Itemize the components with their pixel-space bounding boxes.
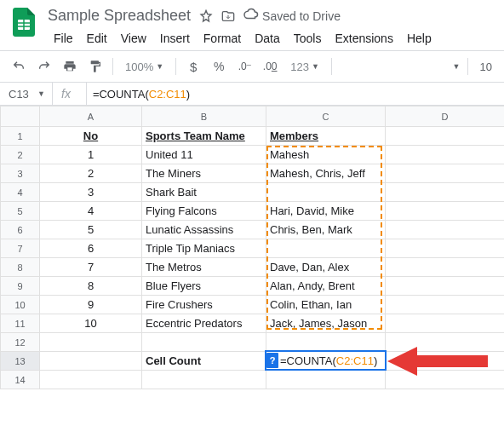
font-size-input[interactable]: 10 xyxy=(475,60,497,73)
cell-C11[interactable]: Jack, James, Jason xyxy=(266,314,386,333)
menu-file[interactable]: File xyxy=(48,28,79,49)
col-head-d[interactable]: D xyxy=(386,106,505,127)
row-head-7[interactable]: 7 xyxy=(1,239,40,258)
cell-B1[interactable]: Sports Team Name xyxy=(142,127,266,146)
sheets-logo[interactable] xyxy=(7,5,41,39)
menu-view[interactable]: View xyxy=(115,28,152,49)
cell-C3[interactable]: Mahesh, Chris, Jeff xyxy=(266,164,386,183)
cell-C4[interactable] xyxy=(266,183,386,202)
cell-C14[interactable] xyxy=(266,371,386,389)
cell-A6[interactable]: 5 xyxy=(40,221,142,239)
row-head-2[interactable]: 2 xyxy=(1,146,40,164)
cell-C13[interactable]: ?=COUNTA(C2:C11) xyxy=(266,352,386,371)
cell-A13[interactable] xyxy=(40,352,142,371)
print-icon[interactable] xyxy=(58,55,82,78)
cell-D3[interactable] xyxy=(386,164,505,183)
cell-A4[interactable]: 3 xyxy=(40,183,142,202)
number-format-select[interactable]: 123▼ xyxy=(284,60,326,73)
col-head-a[interactable]: A xyxy=(40,106,142,127)
doc-title[interactable]: Sample Spreadsheet xyxy=(48,7,191,25)
cell-C6[interactable]: Chris, Ben, Mark xyxy=(266,221,386,239)
row-head-3[interactable]: 3 xyxy=(1,164,40,183)
cell-D13[interactable] xyxy=(386,352,505,371)
col-head-b[interactable]: B xyxy=(142,106,266,127)
menu-format[interactable]: Format xyxy=(198,28,247,49)
row-head-1[interactable]: 1 xyxy=(1,127,40,146)
row-head-6[interactable]: 6 xyxy=(1,221,40,239)
font-prev-icon[interactable]: ▼ xyxy=(453,62,461,71)
menu-data[interactable]: Data xyxy=(249,28,286,49)
cell-B4[interactable]: Shark Bait xyxy=(142,183,266,202)
cell-C12[interactable] xyxy=(266,333,386,352)
formula-hint-icon[interactable]: ? xyxy=(266,353,278,368)
cell-C9[interactable]: Alan, Andy, Brent xyxy=(266,277,386,296)
cell-B2[interactable]: United 11 xyxy=(142,146,266,164)
cell-C2[interactable]: Mahesh xyxy=(266,146,386,164)
name-box[interactable]: C13▼ xyxy=(0,83,53,105)
cell-D10[interactable] xyxy=(386,296,505,314)
select-all-corner[interactable] xyxy=(1,106,40,127)
decrease-decimal-icon[interactable]: .0_ xyxy=(232,55,256,78)
currency-icon[interactable]: $ xyxy=(181,55,205,78)
star-icon[interactable] xyxy=(199,9,213,23)
row-head-5[interactable]: 5 xyxy=(1,202,40,221)
cell-D9[interactable] xyxy=(386,277,505,296)
cell-C10[interactable]: Colin, Ethan, Ian xyxy=(266,296,386,314)
col-head-c[interactable]: C xyxy=(266,106,386,127)
cell-A9[interactable]: 8 xyxy=(40,277,142,296)
cell-B11[interactable]: Eccentric Predators xyxy=(142,314,266,333)
cell-C7[interactable] xyxy=(266,239,386,258)
percent-icon[interactable]: % xyxy=(207,55,231,78)
row-head-14[interactable]: 14 xyxy=(1,371,40,389)
cell-D7[interactable] xyxy=(386,239,505,258)
spreadsheet-grid[interactable]: A B C D 1NoSports Team NameMembers21Unit… xyxy=(0,106,504,389)
cell-D14[interactable] xyxy=(386,371,505,389)
redo-icon[interactable] xyxy=(32,55,56,78)
cell-D12[interactable] xyxy=(386,333,505,352)
cell-A1[interactable]: No xyxy=(40,127,142,146)
formula-editor[interactable]: ?=COUNTA(C2:C11) xyxy=(265,350,387,371)
cell-B14[interactable] xyxy=(142,371,266,389)
zoom-select[interactable]: 100%▼ xyxy=(118,60,170,73)
menu-insert[interactable]: Insert xyxy=(154,28,196,49)
cell-D11[interactable] xyxy=(386,314,505,333)
cell-D1[interactable] xyxy=(386,127,505,146)
row-head-11[interactable]: 11 xyxy=(1,314,40,333)
formula-bar[interactable]: =COUNTA(C2:C11) xyxy=(93,88,504,101)
cell-B5[interactable]: Flying Falcons xyxy=(142,202,266,221)
cell-A3[interactable]: 2 xyxy=(40,164,142,183)
cell-C1[interactable]: Members xyxy=(266,127,386,146)
cell-D2[interactable] xyxy=(386,146,505,164)
cell-D4[interactable] xyxy=(386,183,505,202)
row-head-10[interactable]: 10 xyxy=(1,296,40,314)
cell-A11[interactable]: 10 xyxy=(40,314,142,333)
move-icon[interactable] xyxy=(221,9,235,23)
undo-icon[interactable] xyxy=(7,55,31,78)
paint-format-icon[interactable] xyxy=(83,55,107,78)
menu-help[interactable]: Help xyxy=(401,28,438,49)
cell-B9[interactable]: Blue Flyers xyxy=(142,277,266,296)
cell-A8[interactable]: 7 xyxy=(40,258,142,277)
row-head-13[interactable]: 13 xyxy=(1,352,40,371)
menu-edit[interactable]: Edit xyxy=(81,28,113,49)
cell-B7[interactable]: Triple Tip Maniacs xyxy=(142,239,266,258)
cell-A5[interactable]: 4 xyxy=(40,202,142,221)
row-head-4[interactable]: 4 xyxy=(1,183,40,202)
row-head-9[interactable]: 9 xyxy=(1,277,40,296)
cell-D5[interactable] xyxy=(386,202,505,221)
cell-B13[interactable]: Cell Count xyxy=(142,352,266,371)
cell-B3[interactable]: The Miners xyxy=(142,164,266,183)
increase-decimal-icon[interactable]: .00 xyxy=(258,55,282,78)
cell-A14[interactable] xyxy=(40,371,142,389)
cell-A2[interactable]: 1 xyxy=(40,146,142,164)
cell-B6[interactable]: Lunatic Assassins xyxy=(142,221,266,239)
menu-tools[interactable]: Tools xyxy=(288,28,328,49)
cell-B8[interactable]: The Metros xyxy=(142,258,266,277)
cell-A10[interactable]: 9 xyxy=(40,296,142,314)
cell-D6[interactable] xyxy=(386,221,505,239)
cell-A7[interactable]: 6 xyxy=(40,239,142,258)
cell-C8[interactable]: Dave, Dan, Alex xyxy=(266,258,386,277)
cell-D8[interactable] xyxy=(386,258,505,277)
saved-status[interactable]: Saved to Drive xyxy=(262,9,341,23)
row-head-12[interactable]: 12 xyxy=(1,333,40,352)
